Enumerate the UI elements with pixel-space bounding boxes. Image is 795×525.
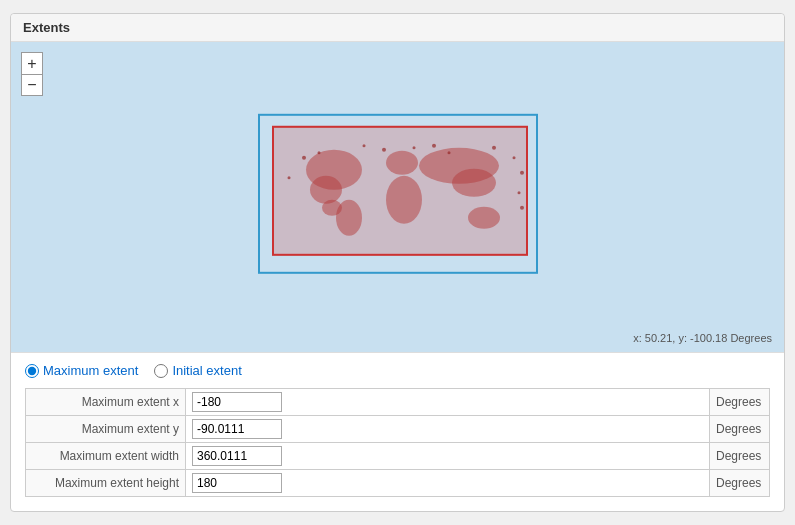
svg-point-21 — [520, 206, 524, 210]
initial-extent-radio-option[interactable]: Initial extent — [154, 363, 241, 378]
map-container: + − — [11, 42, 784, 352]
zoom-controls: + − — [21, 52, 43, 96]
zoom-in-button[interactable]: + — [21, 52, 43, 74]
svg-point-14 — [432, 144, 436, 148]
initial-extent-radio[interactable] — [154, 364, 168, 378]
zoom-out-button[interactable]: − — [21, 74, 43, 96]
field-input-2[interactable] — [192, 446, 282, 466]
maximum-extent-radio-option[interactable]: Maximum extent — [25, 363, 138, 378]
table-row: Maximum extent heightDegrees — [26, 470, 770, 497]
field-label-0: Maximum extent x — [26, 389, 186, 416]
table-row: Maximum extent widthDegrees — [26, 443, 770, 470]
svg-point-13 — [412, 146, 415, 149]
radio-row: Maximum extent Initial extent — [25, 363, 770, 378]
field-input-1[interactable] — [192, 419, 282, 439]
svg-point-7 — [452, 169, 496, 197]
table-row: Maximum extent xDegrees — [26, 389, 770, 416]
panel-title: Extents — [11, 14, 784, 42]
field-label-1: Maximum extent y — [26, 416, 186, 443]
fields-table: Maximum extent xDegreesMaximum extent yD… — [25, 388, 770, 497]
map-viewport — [258, 114, 538, 274]
field-label-3: Maximum extent height — [26, 470, 186, 497]
world-map-svg — [274, 128, 528, 256]
controls-area: Maximum extent Initial extent Maximum ex… — [11, 352, 784, 511]
svg-point-17 — [512, 156, 515, 159]
field-label-2: Maximum extent width — [26, 443, 186, 470]
red-extent-rect — [272, 126, 528, 256]
extents-panel: Extents + − — [10, 13, 785, 512]
initial-extent-label: Initial extent — [172, 363, 241, 378]
svg-point-15 — [447, 151, 450, 154]
svg-point-9 — [302, 156, 306, 160]
svg-point-4 — [386, 151, 418, 175]
svg-point-10 — [317, 151, 320, 154]
maximum-extent-radio[interactable] — [25, 364, 39, 378]
svg-point-11 — [362, 144, 365, 147]
svg-point-12 — [382, 148, 386, 152]
svg-point-19 — [287, 176, 290, 179]
field-unit-0: Degrees — [710, 389, 770, 416]
svg-point-5 — [386, 176, 422, 224]
svg-point-18 — [520, 171, 524, 175]
svg-point-20 — [517, 191, 520, 194]
field-input-0[interactable] — [192, 392, 282, 412]
svg-point-3 — [336, 200, 362, 236]
svg-point-1 — [310, 176, 342, 204]
svg-point-16 — [492, 146, 496, 150]
field-input-3[interactable] — [192, 473, 282, 493]
coordinates-label: x: 50.21, y: -100.18 Degrees — [633, 332, 772, 344]
field-unit-1: Degrees — [710, 416, 770, 443]
table-row: Maximum extent yDegrees — [26, 416, 770, 443]
field-unit-3: Degrees — [710, 470, 770, 497]
maximum-extent-label: Maximum extent — [43, 363, 138, 378]
field-unit-2: Degrees — [710, 443, 770, 470]
svg-point-8 — [468, 207, 500, 229]
